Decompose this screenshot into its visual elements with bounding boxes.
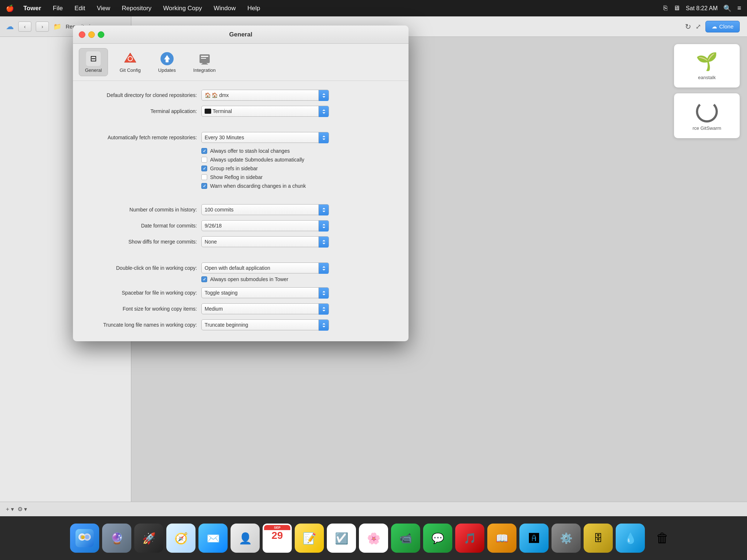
show-diffs-value[interactable]: None	[201, 236, 329, 247]
auto-fetch-label: Automatically fetch remote repositories:	[84, 135, 197, 140]
spacebar-label: Spacebar for file in working copy:	[84, 290, 197, 296]
maximize-button[interactable]	[98, 31, 104, 38]
font-size-label: Font size for working copy items:	[84, 306, 197, 312]
default-directory-value[interactable]: 🏠 🏠 dmx	[201, 90, 329, 101]
beanstalk-card[interactable]: 🌱 eanstalk	[674, 44, 740, 88]
truncate-label: Truncate long file names in working copy…	[84, 322, 197, 328]
window-controls	[79, 31, 104, 38]
truncate-control: Truncate beginning	[201, 319, 329, 330]
auto-fetch-value[interactable]: Every 30 Minutes	[201, 132, 329, 143]
dock-item-mail[interactable]: ✉️	[198, 524, 228, 553]
prefs-tabs: ⊟ General Git Config Updates	[73, 44, 409, 81]
update-submodules-checkbox[interactable]	[201, 157, 207, 163]
close-button[interactable]	[79, 31, 85, 38]
gitswarm-card[interactable]: rce GitSwarm	[674, 93, 740, 138]
warn-discarding-checkbox[interactable]: ✓	[201, 183, 207, 189]
auto-fetch-row: Automatically fetch remote repositories:…	[84, 132, 398, 143]
dock-item-appstore[interactable]: 🅰	[519, 524, 549, 553]
terminal-arrow[interactable]	[318, 106, 329, 117]
font-size-row: Font size for working copy items: Medium	[84, 303, 398, 314]
folder-icon: 📁	[53, 23, 61, 31]
checkbox-submodules: ✓ Always open submodules in Tower	[201, 276, 398, 282]
menu-view[interactable]: View	[95, 4, 113, 13]
menu-edit[interactable]: Edit	[72, 4, 87, 13]
dock-item-notes[interactable]: 📝	[295, 524, 324, 553]
expand-icon[interactable]: ⤢	[696, 23, 701, 31]
truncate-value[interactable]: Truncate beginning	[201, 319, 329, 330]
tab-integration[interactable]: Integration	[189, 48, 220, 76]
font-size-arrow[interactable]	[318, 304, 329, 315]
display-icon: 🖥	[673, 4, 680, 12]
settings-button[interactable]: ⚙ ▾	[18, 506, 27, 513]
double-click-label: Double-click on file in working copy:	[84, 265, 197, 271]
back-button[interactable]: ‹	[18, 22, 31, 32]
date-format-value[interactable]: 9/26/18	[201, 220, 329, 231]
date-format-arrow[interactable]	[318, 221, 329, 232]
group-refs-checkbox[interactable]: ✓	[201, 166, 207, 171]
minimize-button[interactable]	[88, 31, 95, 38]
list-icon[interactable]: ≡	[737, 4, 741, 12]
show-reflog-checkbox[interactable]	[201, 174, 207, 180]
checkbox-group-refs: ✓ Group refs in sidebar	[201, 166, 398, 171]
dock-item-music[interactable]: 🎵	[455, 524, 484, 553]
dock-item-calendar[interactable]: SEP 29	[263, 524, 292, 553]
tab-general[interactable]: ⊟ General	[79, 48, 108, 76]
dock-item-system-preferences[interactable]: ⚙️	[551, 524, 581, 553]
font-size-value[interactable]: Medium	[201, 303, 329, 314]
tab-git-config[interactable]: Git Config	[115, 48, 145, 76]
dock-item-reminders[interactable]: ☑️	[327, 524, 356, 553]
apple-menu-icon[interactable]: 🍎	[6, 4, 14, 12]
checkbox-stash-local: ✓ Always offer to stash local changes	[201, 148, 398, 154]
menubar: 🍎 Tower File Edit View Repository Workin…	[0, 0, 747, 16]
auto-fetch-arrow[interactable]	[318, 132, 329, 143]
dock-item-messages[interactable]: 💬	[423, 524, 452, 553]
dock-item-facetime[interactable]: 📹	[391, 524, 420, 553]
dock-item-trash[interactable]: 🗑	[648, 524, 677, 553]
add-button[interactable]: + ▾	[6, 506, 14, 513]
dock-item-safari[interactable]: 🧭	[166, 524, 196, 553]
dock-item-contacts[interactable]: 👤	[231, 524, 260, 553]
dock-item-siri[interactable]: 🔮	[102, 524, 131, 553]
default-directory-arrow[interactable]	[318, 90, 329, 101]
dock-item-finder[interactable]: 😊	[70, 524, 99, 553]
tab-updates[interactable]: Updates	[152, 48, 182, 76]
dock-item-sequel[interactable]: 🗄	[584, 524, 613, 553]
general-tab-icon: ⊟	[86, 51, 101, 66]
dock-item-launchpad[interactable]: 🚀	[134, 524, 163, 553]
bottom-toolbar: + ▾ ⚙ ▾	[0, 502, 747, 516]
spacebar-control: Toggle staging	[201, 287, 329, 298]
menu-tower[interactable]: Tower	[21, 4, 43, 13]
dock-item-airdrop[interactable]: 💧	[616, 524, 645, 553]
truncate-arrow[interactable]	[318, 320, 329, 331]
clone-label: Clone	[719, 23, 734, 30]
stash-local-label: Always offer to stash local changes	[210, 148, 290, 154]
menu-repository[interactable]: Repository	[120, 4, 154, 13]
double-click-row: Double-click on file in working copy: Op…	[84, 262, 398, 273]
commits-history-label: Number of commits in history:	[84, 207, 197, 213]
svg-rect-8	[201, 58, 206, 59]
menu-help[interactable]: Help	[245, 4, 262, 13]
checkboxes-area: ✓ Always offer to stash local changes Al…	[201, 148, 398, 189]
search-icon[interactable]: 🔍	[723, 4, 731, 12]
dock-item-photos[interactable]: 🌸	[359, 524, 388, 553]
dock-item-books[interactable]: 📖	[487, 524, 516, 553]
stash-local-checkbox[interactable]: ✓	[201, 148, 207, 154]
commits-history-value[interactable]: 100 commits	[201, 204, 329, 215]
double-click-value[interactable]: Open with default application	[201, 262, 329, 273]
commits-history-arrow[interactable]	[318, 205, 329, 215]
terminal-value[interactable]: Terminal	[201, 106, 329, 117]
refresh-icon[interactable]: ↻	[685, 22, 691, 31]
show-diffs-arrow[interactable]	[318, 237, 329, 248]
clone-cloud-icon: ☁	[712, 23, 717, 30]
menu-working-copy[interactable]: Working Copy	[161, 4, 204, 13]
clone-button[interactable]: ☁ Clone	[705, 21, 740, 32]
svg-text:😊: 😊	[81, 535, 85, 540]
spacebar-value[interactable]: Toggle staging	[201, 287, 329, 298]
menu-window[interactable]: Window	[212, 4, 238, 13]
double-click-arrow[interactable]	[318, 263, 329, 274]
svg-rect-5	[166, 59, 169, 62]
menu-file[interactable]: File	[51, 4, 65, 13]
forward-button[interactable]: ›	[36, 22, 49, 32]
submodules-checkbox[interactable]: ✓	[201, 276, 207, 282]
spacebar-arrow[interactable]	[318, 288, 329, 299]
